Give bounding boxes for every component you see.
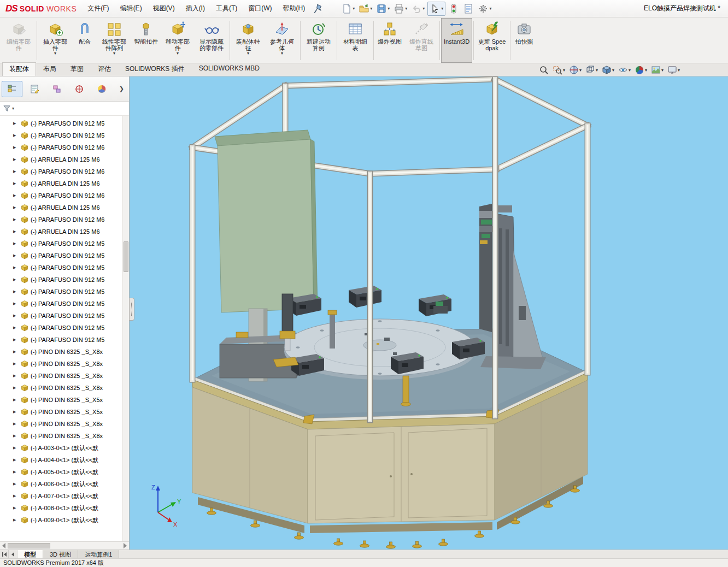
tree-item[interactable]: ▶(-) PINO DIN 6325 _S_X8x [0, 418, 129, 430]
expand-arrow-icon[interactable]: ▶ [13, 277, 20, 282]
tree-item[interactable]: ▶(-) ARRUELA DIN 125 M6 [0, 153, 129, 166]
speedpak-button[interactable]: 更新 Speedpak [475, 18, 509, 63]
panel-expand-chevron[interactable]: ❯ [116, 85, 127, 92]
tree-item[interactable]: ▶(-) PINO DIN 6325 _S_X8x [0, 370, 129, 382]
expand-arrow-icon[interactable]: ▶ [13, 314, 20, 318]
expand-arrow-icon[interactable]: ▶ [13, 458, 20, 462]
expand-arrow-icon[interactable]: ▶ [13, 494, 20, 498]
expand-arrow-icon[interactable]: ▶ [13, 157, 20, 162]
rebuild-icon[interactable] [447, 2, 460, 15]
tree-item[interactable]: ▶(-) PARAFUSO DIN 912 M5 [0, 238, 129, 250]
options-gear-icon[interactable]: ▾ [477, 2, 492, 15]
tree-vertical-scrollbar-thumb[interactable] [124, 241, 128, 272]
expand-arrow-icon[interactable]: ▶ [13, 241, 20, 246]
menu-help[interactable]: 帮助(H) [278, 1, 311, 16]
expand-arrow-icon[interactable]: ▶ [13, 422, 20, 426]
assembly-features-button[interactable]: 装配体特征▾ [231, 18, 265, 63]
reference-geometry-button[interactable]: 参考几何体▾ [265, 18, 299, 63]
doc-tab-3d-views[interactable]: 3D 视图 [43, 550, 78, 558]
expand-arrow-icon[interactable]: ▶ [13, 145, 20, 150]
tree-item[interactable]: ▶(-) PINO DIN 6325 _S_X8x [0, 358, 129, 370]
expand-arrow-icon[interactable]: ▶ [13, 338, 20, 342]
tree-item[interactable]: ▶(-) A-008-0<1> (默认<<默 [0, 502, 129, 514]
apply-scene-icon[interactable]: ▾ [651, 65, 664, 75]
tree-item[interactable]: ▶(-) ARRUELA DIN 125 M6 [0, 202, 129, 214]
tree-horizontal-scrollbar[interactable] [0, 541, 129, 550]
menu-edit[interactable]: 编辑(E) [115, 1, 148, 16]
tree-item[interactable]: ▶(-) PINO DIN 6325 _S_X8x [0, 430, 129, 442]
snapshot-button[interactable]: 拍快照 [512, 18, 537, 63]
tree-item[interactable]: ▶(-) PARAFUSO DIN 912 M5 [0, 250, 129, 262]
tree-item[interactable]: ▶(-) A-005-0<1> (默认<<默 [0, 466, 129, 478]
expand-arrow-icon[interactable]: ▶ [13, 398, 20, 402]
graphics-viewport[interactable]: Z Y X [130, 76, 728, 550]
show-hidden-button[interactable]: 显示隐藏的零部件 [195, 18, 228, 63]
menu-window[interactable]: 窗口(W) [243, 1, 277, 16]
tree-item[interactable]: ▶(-) A-009-0<1> (默认<<默 [0, 514, 129, 526]
save-icon[interactable]: ▾ [375, 2, 391, 15]
tree-item[interactable]: ▶(-) ARRUELA DIN 125 M6 [0, 226, 129, 238]
dropdown-caret-icon[interactable]: ▾ [54, 51, 56, 56]
tab-solidworks-插件[interactable]: SOLIDWORKS 插件 [118, 62, 192, 76]
expand-arrow-icon[interactable]: ▶ [13, 374, 20, 378]
dropdown-caret-icon[interactable]: ▾ [177, 51, 179, 56]
expand-arrow-icon[interactable]: ▶ [13, 434, 20, 438]
expand-arrow-icon[interactable]: ▶ [13, 482, 20, 486]
menu-file[interactable]: 文件(F) [82, 1, 114, 16]
tree-item[interactable]: ▶(-) PARAFUSO DIN 912 M6 [0, 214, 129, 226]
tree-horizontal-scrollbar-thumb[interactable] [8, 543, 50, 548]
panel-tab-propertymanager[interactable] [24, 81, 45, 97]
tree-item[interactable]: ▶(-) PARAFUSO DIN 912 M5 [0, 298, 129, 310]
linear-pattern-button[interactable]: 线性零部件阵列▾ [97, 18, 131, 63]
pin-toolbar-icon[interactable] [313, 3, 325, 15]
scroll-tabs-left-button[interactable] [9, 550, 17, 558]
instant3d-button[interactable]: Instant3D [441, 18, 472, 63]
exploded-view-button[interactable]: 爆炸视图 [375, 18, 404, 63]
tree-item[interactable]: ▶(-) A-003-0<1> (默认<<默 [0, 442, 129, 454]
expand-arrow-icon[interactable]: ▶ [13, 386, 20, 390]
assembly-model[interactable]: Z Y X [130, 76, 728, 550]
tree-item[interactable]: ▶(-) PINO DIN 6325 _S_X5x [0, 394, 129, 406]
section-view-icon[interactable]: ▾ [569, 65, 582, 75]
expand-arrow-icon[interactable]: ▶ [13, 253, 20, 258]
tree-filter-row[interactable]: ▾ [0, 102, 129, 116]
expand-arrow-icon[interactable]: ▶ [13, 169, 20, 174]
hscroll-left-arrow[interactable] [2, 543, 5, 548]
expand-arrow-icon[interactable]: ▶ [13, 205, 20, 210]
panel-tab-featuremanager[interactable] [2, 81, 22, 97]
menu-tools[interactable]: 工具(T) [210, 1, 243, 16]
tree-item[interactable]: ▶(-) A-004-0<1> (默认<<默 [0, 454, 129, 466]
expand-arrow-icon[interactable]: ▶ [13, 181, 20, 186]
dropdown-caret-icon[interactable]: ▾ [113, 51, 115, 56]
panel-tab-configurationmanager[interactable] [46, 81, 67, 97]
zoom-fit-icon[interactable] [539, 65, 549, 75]
expand-arrow-icon[interactable]: ▶ [13, 506, 20, 510]
expand-arrow-icon[interactable]: ▶ [13, 290, 20, 294]
tab-草图[interactable]: 草图 [63, 62, 91, 76]
expand-arrow-icon[interactable]: ▶ [13, 470, 20, 474]
scroll-tabs-first-button[interactable] [0, 550, 9, 558]
panel-tab-dimxpertmanager[interactable] [69, 81, 90, 97]
tree-item[interactable]: ▶(-) PARAFUSO DIN 912 M5 [0, 322, 129, 334]
tree-item[interactable]: ▶(-) PINO DIN 6325 _S_X8x [0, 346, 129, 358]
expand-arrow-icon[interactable]: ▶ [13, 217, 20, 222]
tree-item[interactable]: ▶(-) PARAFUSO DIN 912 M5 [0, 274, 129, 286]
expand-arrow-icon[interactable]: ▶ [13, 265, 20, 270]
new-document-icon[interactable]: ▾ [340, 2, 356, 15]
tab-solidworks-mbd[interactable]: SOLIDWORKS MBD [192, 62, 267, 76]
tab-布局[interactable]: 布局 [36, 62, 63, 76]
tab-评估[interactable]: 评估 [91, 62, 118, 76]
doc-tab-model[interactable]: 模型 [17, 550, 43, 558]
tree-item[interactable]: ▶(-) PARAFUSO DIN 912 M6 [0, 166, 129, 178]
hscroll-right-arrow[interactable] [124, 543, 127, 548]
move-component-button[interactable]: 移动零部件▾ [161, 18, 195, 63]
expand-arrow-icon[interactable]: ▶ [13, 193, 20, 198]
tree-item[interactable]: ▶(-) ARRUELA DIN 125 M6 [0, 178, 129, 190]
smart-fasteners-button[interactable]: 智能扣件 [131, 18, 161, 63]
tree-item[interactable]: ▶(-) PARAFUSO DIN 912 M5 [0, 117, 129, 129]
panel-tab-displaymanager[interactable] [91, 81, 112, 97]
open-icon[interactable]: ▾ [357, 2, 373, 15]
tree-item[interactable]: ▶(-) PARAFUSO DIN 912 M5 [0, 334, 129, 346]
file-properties-icon[interactable] [462, 2, 475, 15]
expand-arrow-icon[interactable]: ▶ [13, 410, 20, 414]
